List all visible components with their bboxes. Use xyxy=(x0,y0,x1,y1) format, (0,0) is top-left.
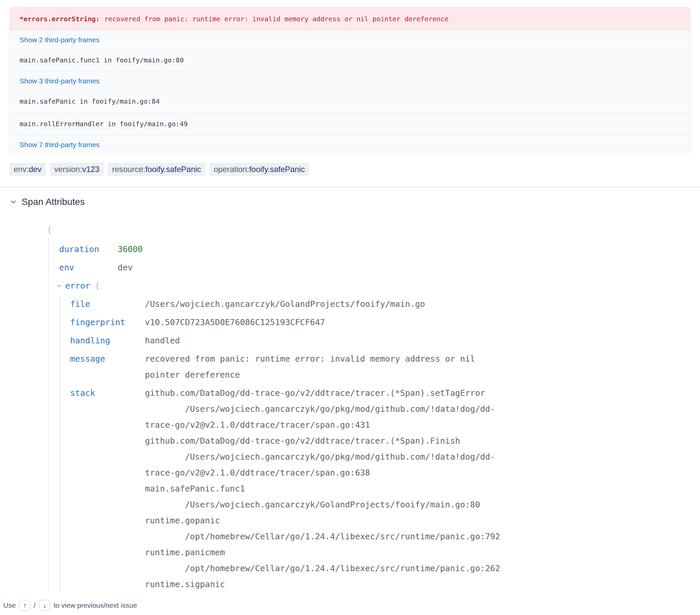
stack-frames-list: Show 2 third-party framesmain.safePanic.… xyxy=(10,30,690,154)
down-arrow-glyph: ↓ xyxy=(43,602,46,610)
attr-row-fingerprint: fingerprintv10.507CD723A5D0E76086C125193… xyxy=(70,315,691,330)
tag-value: dev xyxy=(28,165,41,174)
chevron-down-icon[interactable] xyxy=(9,198,17,206)
hint-suffix: to view previous/next issue xyxy=(53,601,137,610)
show-frames-row[interactable]: Show 7 third-party frames xyxy=(10,135,690,154)
keyboard-hint: Use ↑ / ↓ to view previous/next issue xyxy=(0,596,700,615)
show-frames-link[interactable]: Show 2 third-party frames xyxy=(20,36,99,43)
stack-frame-row[interactable]: main.safePanic.func1 in fooify/main.go:8… xyxy=(10,49,690,72)
attr-children-error: file/Users/wojciech.gancarczyk/GolandPro… xyxy=(60,296,691,592)
span-attributes-title: Span Attributes xyxy=(22,196,85,207)
attr-value-stack: github.com/DataDog/dd-trace-go/v2/ddtrac… xyxy=(145,385,511,592)
show-frames-row[interactable]: Show 2 third-party frames xyxy=(10,30,690,49)
attr-value-duration: 36000 xyxy=(118,241,483,257)
attr-key-env: env xyxy=(59,260,118,276)
tag-key: operation: xyxy=(214,165,249,174)
attr-object-error[interactable]: error{ xyxy=(56,278,691,294)
attr-row-stack: stackgithub.com/DataDog/dd-trace-go/v2/d… xyxy=(70,385,691,592)
attr-value-handling: handled xyxy=(145,333,511,349)
section-divider xyxy=(0,187,700,188)
stack-frame-row[interactable]: main.rollErrorHandler in fooify/main.go:… xyxy=(10,113,690,135)
show-frames-link[interactable]: Show 7 third-party frames xyxy=(20,141,99,149)
tag-key: version: xyxy=(54,165,82,174)
tag-value: fooify.safePanic xyxy=(249,165,305,174)
attr-key-stack: stack xyxy=(70,385,145,401)
down-arrow-key: ↓ xyxy=(39,600,50,611)
span-attributes-header[interactable]: Span Attributes xyxy=(9,196,691,207)
attr-value-fingerprint: v10.507CD723A5D0E76086C125193CFCF647 xyxy=(145,315,511,330)
tag-value: fooify.safePanic xyxy=(145,165,201,174)
tags-row: env:devversion:v123resource:fooify.safeP… xyxy=(9,163,691,176)
attr-key-message: message xyxy=(70,351,145,367)
attr-tree-body: duration36000envdeverror{file/Users/wojc… xyxy=(48,238,691,592)
span-attributes-tree: { duration36000envdeverror{file/Users/wo… xyxy=(9,222,691,592)
show-frames-link[interactable]: Show 3 third-party frames xyxy=(20,77,99,85)
show-frames-row[interactable]: Show 3 third-party frames xyxy=(10,72,690,90)
error-banner: *errors.errorString:recovered from panic… xyxy=(10,8,690,30)
attr-key-error: error xyxy=(65,278,90,294)
attr-key-handling: handling xyxy=(70,333,145,349)
error-message-text: recovered from panic: runtime error: inv… xyxy=(104,15,449,23)
attr-value-env: dev xyxy=(118,260,483,276)
error-type-label: *errors.errorString: xyxy=(20,15,100,23)
up-arrow-key: ↑ xyxy=(19,600,30,611)
up-arrow-glyph: ↑ xyxy=(23,602,26,610)
stack-trace-card: *errors.errorString:recovered from panic… xyxy=(9,7,691,154)
attr-key-duration: duration xyxy=(59,241,118,257)
attr-row-handling: handlinghandled xyxy=(70,333,691,349)
root-open-brace: { xyxy=(47,222,691,238)
open-brace: { xyxy=(95,278,100,294)
attr-key-fingerprint: fingerprint xyxy=(70,315,145,330)
tag-key: env: xyxy=(14,165,28,174)
attr-key-file: file xyxy=(70,296,145,312)
chevron-down-icon[interactable] xyxy=(56,283,62,289)
hint-prefix: Use xyxy=(3,601,16,610)
stack-frame-row[interactable]: main.safePanic in fooify/main.go:84 xyxy=(10,90,690,113)
attr-value-file: /Users/wojciech.gancarczyk/GolandProject… xyxy=(145,296,511,312)
attr-row-env: envdev xyxy=(59,260,691,276)
tag-env[interactable]: env:dev xyxy=(9,163,46,176)
attr-value-message: recovered from panic: runtime error: inv… xyxy=(145,351,511,383)
attr-row-duration: duration36000 xyxy=(59,241,691,257)
tag-key: resource: xyxy=(112,165,145,174)
tag-operation[interactable]: operation:fooify.safePanic xyxy=(209,163,309,176)
tag-resource[interactable]: resource:fooify.safePanic xyxy=(108,163,205,176)
hint-separator: / xyxy=(34,601,36,610)
tag-value: v123 xyxy=(82,165,99,174)
attr-row-file: file/Users/wojciech.gancarczyk/GolandPro… xyxy=(70,296,691,312)
issue-detail-panel: *errors.errorString:recovered from panic… xyxy=(0,0,700,596)
tag-version[interactable]: version:v123 xyxy=(50,163,104,176)
attr-row-message: messagerecovered from panic: runtime err… xyxy=(70,351,691,383)
